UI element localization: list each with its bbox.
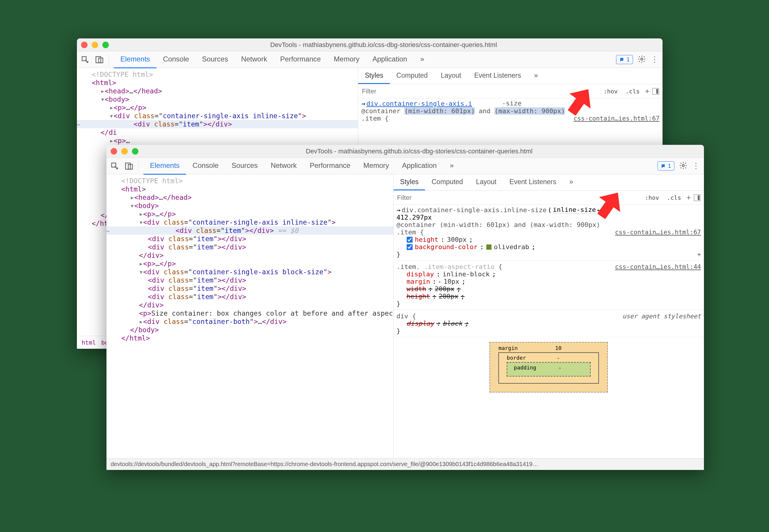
svg-point-3 — [641, 58, 643, 60]
box-model[interactable]: margin10 border- padding- — [490, 342, 608, 392]
minimize-button[interactable] — [92, 42, 98, 48]
container-size: 412.297px — [397, 214, 701, 221]
tab-performance[interactable]: Performance — [303, 157, 357, 175]
tab-network[interactable]: Network — [264, 157, 303, 175]
subtab-computed[interactable]: Computed — [425, 174, 470, 190]
tab-elements[interactable]: Elements — [143, 157, 186, 175]
source-link[interactable]: css-contain…ies.html:67 — [574, 115, 660, 122]
issues-badge[interactable]: 1 — [658, 161, 674, 171]
more-tabs[interactable]: » — [443, 157, 460, 175]
svg-point-7 — [682, 165, 684, 167]
tab-elements[interactable]: Elements — [114, 51, 156, 68]
kebab-menu[interactable]: ⋮ — [651, 55, 659, 64]
more-tabs[interactable]: » — [414, 51, 431, 68]
new-rule-button[interactable]: + — [687, 193, 691, 202]
new-rule-button[interactable]: + — [645, 87, 650, 96]
styles-filter[interactable] — [362, 87, 598, 95]
tab-network[interactable]: Network — [234, 51, 273, 68]
close-button[interactable] — [111, 148, 117, 155]
panel-layout-icon[interactable] — [653, 88, 659, 95]
tab-sources[interactable]: Sources — [195, 51, 234, 68]
tab-memory[interactable]: Memory — [357, 157, 396, 175]
statusbar: devtools://devtools/bundled/devtools_app… — [106, 458, 704, 470]
divider — [109, 54, 109, 65]
doctype: <!DOCTYPE html> — [92, 71, 153, 78]
minimize-button[interactable] — [121, 148, 128, 155]
decl-height[interactable]: height: 300px; — [397, 236, 701, 243]
tab-console[interactable]: Console — [186, 157, 225, 175]
tab-application[interactable]: Application — [366, 51, 414, 68]
subtab-layout[interactable]: Layout — [434, 68, 468, 84]
source-link[interactable]: css-contain…ies.html:44 — [615, 263, 701, 270]
main-tabs: Elements Console Sources Network Perform… — [114, 51, 611, 68]
titlebar[interactable]: DevTools - mathiasbynens.github.io/css-d… — [106, 145, 704, 158]
device-toolbar-icon[interactable] — [124, 161, 134, 171]
kebab-menu[interactable]: ⋮ — [692, 161, 700, 171]
maximize-button[interactable] — [102, 42, 109, 48]
tab-console[interactable]: Console — [156, 51, 195, 68]
hov-button[interactable]: :hov — [642, 193, 661, 202]
subtab-styles[interactable]: Styles — [358, 68, 390, 84]
tab-sources[interactable]: Sources — [225, 157, 264, 175]
subtab-eventlisteners[interactable]: Event Listeners — [503, 174, 563, 190]
ua-stylesheet-label: user agent stylesheet — [622, 313, 701, 320]
decl-background[interactable]: background-color: olivedrab; — [397, 243, 701, 251]
subtab-layout[interactable]: Layout — [470, 174, 503, 190]
tab-memory[interactable]: Memory — [327, 51, 366, 68]
issues-badge[interactable]: 1 — [616, 55, 633, 64]
window-title: DevTools - mathiasbynens.github.io/css-d… — [109, 41, 658, 49]
toggle-checkbox[interactable] — [407, 237, 413, 243]
selected-dom-node[interactable]: ⋯ <div class="item"></div> == $0 — [106, 226, 394, 235]
inspect-icon[interactable] — [110, 161, 119, 171]
window-title: DevTools - mathiasbynens.github.io/css-d… — [138, 147, 700, 155]
toggle-checkbox[interactable] — [407, 244, 413, 250]
color-swatch[interactable] — [486, 244, 492, 250]
elements-tree[interactable]: <!DOCTYPE html> <html> ▸<head>…</head> ▾… — [106, 174, 394, 458]
subtab-eventlisteners[interactable]: Event Listeners — [468, 68, 528, 84]
subtab-computed[interactable]: Computed — [390, 68, 434, 84]
close-button[interactable] — [81, 42, 88, 48]
selected-row[interactable]: ⋯ <div class="item"></div> — [77, 120, 358, 128]
titlebar[interactable]: DevTools - mathiasbynens.github.io/css-d… — [77, 38, 663, 51]
container-query: @container (min-width: 601px) and (max-w… — [397, 221, 701, 228]
panel-layout-icon[interactable] — [694, 194, 700, 201]
subtab-styles[interactable]: Styles — [394, 174, 425, 190]
inspect-icon[interactable] — [80, 55, 90, 64]
more-subtabs[interactable]: » — [528, 68, 545, 84]
styles-filter[interactable] — [397, 194, 640, 202]
more-subtabs[interactable]: » — [563, 174, 580, 190]
settings-icon[interactable] — [638, 55, 646, 64]
cls-button[interactable]: .cls — [665, 193, 684, 202]
tab-application[interactable]: Application — [396, 157, 443, 175]
tab-performance[interactable]: Performance — [273, 51, 327, 68]
cls-button[interactable]: .cls — [623, 87, 642, 96]
toolbar: Elements Console Sources Network Perform… — [77, 51, 663, 68]
maximize-button[interactable] — [132, 148, 138, 155]
hov-button[interactable]: :hov — [601, 87, 620, 96]
devtools-window-front: DevTools - mathiasbynens.github.io/css-d… — [106, 145, 704, 470]
traffic-lights — [81, 42, 109, 48]
source-link[interactable]: css-contain…ies.html:67 — [615, 229, 701, 236]
new-rule-button[interactable]: + — [697, 251, 701, 258]
device-toolbar-icon[interactable] — [95, 55, 104, 64]
container-link[interactable]: div.container-single-axis.i — [366, 100, 472, 107]
settings-icon[interactable] — [679, 161, 687, 171]
container-link[interactable]: div.container-single-axis.inline-size — [402, 206, 547, 214]
